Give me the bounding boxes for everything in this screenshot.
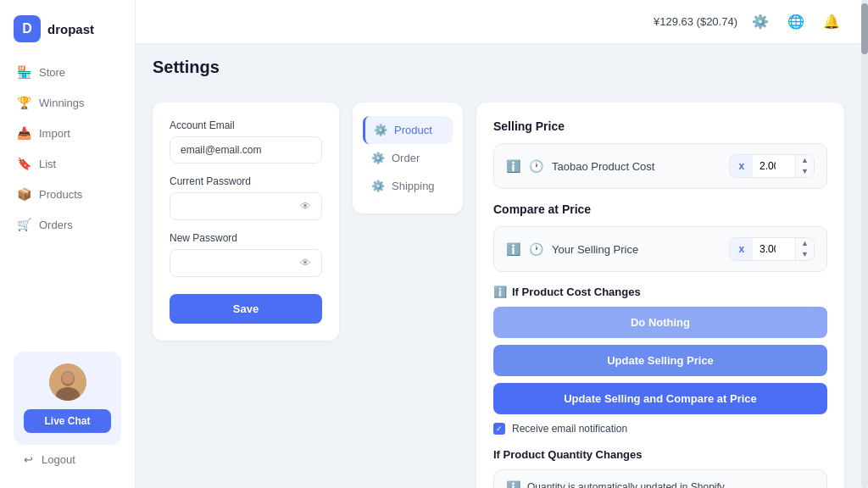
sidebar-item-orders[interactable]: 🛒 Orders (7, 210, 128, 239)
products-icon: 📦 (17, 187, 31, 201)
sidebar-item-winnings[interactable]: 🏆 Winnings (7, 88, 128, 117)
globe-icon[interactable]: 🌐 (783, 9, 809, 35)
selling-price-title: Selling Price (493, 119, 827, 133)
logout-item[interactable]: ↩ Logout (14, 445, 121, 474)
bell-icon[interactable]: 🔔 (819, 9, 844, 35)
current-password-input[interactable] (181, 201, 300, 213)
logout-icon: ↩ (24, 453, 33, 466)
price-display: ¥129.63 ($20.74) (654, 15, 737, 28)
selling-multiplier-input: x ▲ ▼ (729, 154, 815, 178)
clock-icon-compare: 🕐 (529, 242, 543, 256)
compare-price-label: Your Selling Price (552, 243, 721, 256)
update-selling-button[interactable]: Update Selling Price (493, 345, 827, 376)
compare-spin-down[interactable]: ▼ (796, 249, 814, 260)
compare-spin-buttons: ▲ ▼ (795, 238, 814, 260)
sidebar-item-list[interactable]: 🔖 List (7, 149, 128, 178)
gear-icon[interactable]: ⚙️ (748, 9, 773, 35)
new-password-field: 👁 (170, 249, 322, 277)
settings-tabs: ⚙️ Product ⚙️ Order ⚙️ Shipping (353, 103, 463, 214)
clock-icon-selling: 🕐 (529, 159, 543, 173)
live-chat-card: Live Chat (14, 352, 121, 445)
cost-email-label: Receive email notification (512, 423, 627, 435)
sidebar-item-winnings-label: Winnings (39, 97, 84, 109)
scrollbar-thumb[interactable] (861, 3, 868, 54)
logout-label: Logout (42, 453, 75, 466)
sidebar-item-store-label: Store (39, 66, 65, 79)
tab-shipping[interactable]: ⚙️ Shipping (363, 172, 453, 200)
compare-price-row: ℹ️ 🕐 Your Selling Price x ▲ ▼ (493, 226, 827, 272)
product-settings-panel: Selling Price ℹ️ 🕐 Taobao Product Cost x… (476, 103, 844, 488)
selling-spin-up[interactable]: ▲ (796, 155, 814, 166)
product-tab-icon: ⚙️ (374, 124, 387, 136)
orders-icon: 🛒 (17, 218, 31, 231)
svg-point-3 (62, 372, 74, 384)
if-cost-info-icon: ℹ️ (493, 286, 507, 298)
compare-multiplier-value[interactable] (753, 238, 795, 260)
store-icon: 🏪 (17, 65, 31, 79)
info-icon-compare: ℹ️ (506, 242, 520, 256)
winnings-icon: 🏆 (17, 96, 31, 109)
sidebar-item-import[interactable]: 📥 Import (7, 119, 128, 147)
sidebar-bottom: Live Chat ↩ Logout (0, 338, 135, 488)
eye-icon[interactable]: 👁 (300, 200, 311, 213)
info-icon-selling: ℹ️ (506, 159, 520, 173)
update-selling-compare-button[interactable]: Update Selling and Compare at Price (493, 383, 827, 414)
sidebar-item-products-label: Products (39, 188, 82, 201)
sidebar-item-orders-label: Orders (39, 219, 73, 231)
nav-items: 🏪 Store 🏆 Winnings 📥 Import 🔖 List 📦 Pro… (0, 58, 135, 338)
app-name: dropast (47, 22, 94, 36)
logo-area: D dropast (0, 0, 135, 58)
avatar (49, 363, 86, 401)
if-qty-title: If Product Quantity Changes (493, 448, 827, 461)
product-tab-label: Product (394, 124, 432, 136)
live-chat-button[interactable]: Live Chat (24, 409, 111, 433)
if-cost-section: ℹ️ If Product Cost Changes Do Nothing Up… (493, 286, 827, 435)
compare-spin-up[interactable]: ▲ (796, 238, 814, 249)
current-password-field: 👁 (170, 192, 322, 220)
selling-price-label: Taobao Product Cost (552, 160, 721, 173)
compare-price-title: Compare at Price (493, 202, 827, 216)
new-password-label: New Password (170, 232, 322, 244)
shipping-tab-label: Shipping (392, 180, 435, 192)
selling-spin-buttons: ▲ ▼ (795, 155, 814, 177)
email-input[interactable] (170, 136, 322, 164)
scrollbar-track[interactable] (861, 0, 868, 488)
eye-icon-new[interactable]: 👁 (300, 257, 311, 269)
sidebar-item-import-label: Import (39, 127, 70, 140)
tab-product[interactable]: ⚙️ Product (363, 116, 453, 144)
qty-info-icon: ℹ️ (506, 480, 520, 488)
email-label: Account Email (170, 119, 322, 131)
sidebar-item-products[interactable]: 📦 Products (7, 180, 128, 208)
app-logo-icon: D (14, 15, 41, 42)
if-cost-title: ℹ️ If Product Cost Changes (493, 286, 827, 298)
sidebar-item-store[interactable]: 🏪 Store (7, 58, 128, 86)
import-icon: 📥 (17, 126, 31, 140)
cost-email-checkbox[interactable]: ✓ (493, 423, 505, 435)
account-card: Account Email Current Password 👁 New Pas… (153, 103, 339, 341)
if-qty-section: If Product Quantity Changes ℹ️ Quantity … (493, 448, 827, 488)
topbar: ¥129.63 ($20.74) ⚙️ 🌐 🔔 (136, 0, 861, 44)
order-tab-label: Order (392, 152, 420, 164)
current-password-group: Current Password 👁 (170, 175, 322, 220)
qty-info-row: ℹ️ Quantity is automatically updated in … (493, 469, 827, 488)
current-password-label: Current Password (170, 175, 322, 187)
do-nothing-button[interactable]: Do Nothing (493, 307, 827, 338)
sidebar: D dropast 🏪 Store 🏆 Winnings 📥 Import 🔖 … (0, 0, 136, 488)
selling-price-row: ℹ️ 🕐 Taobao Product Cost x ▲ ▼ (493, 143, 827, 189)
qty-info-text: Quantity is automatically updated in Sho… (527, 481, 725, 488)
email-group: Account Email (170, 119, 322, 164)
order-tab-icon: ⚙️ (371, 152, 385, 164)
content-wrapper: Account Email Current Password 👁 New Pas… (153, 103, 844, 488)
compare-multiplier-input: x ▲ ▼ (729, 237, 815, 261)
new-password-input[interactable] (181, 258, 300, 269)
sidebar-item-list-label: List (39, 158, 56, 170)
page-title: Settings (153, 58, 844, 77)
tab-order[interactable]: ⚙️ Order (363, 144, 453, 172)
save-button[interactable]: Save (170, 294, 322, 324)
new-password-group: New Password 👁 (170, 232, 322, 277)
selling-spin-down[interactable]: ▼ (796, 166, 814, 177)
selling-multiplier-value[interactable] (753, 155, 795, 177)
cost-email-checkbox-row: ✓ Receive email notification (493, 423, 827, 435)
list-icon: 🔖 (17, 157, 31, 170)
main-content: ¥129.63 ($20.74) ⚙️ 🌐 🔔 Settings Account… (136, 0, 861, 488)
